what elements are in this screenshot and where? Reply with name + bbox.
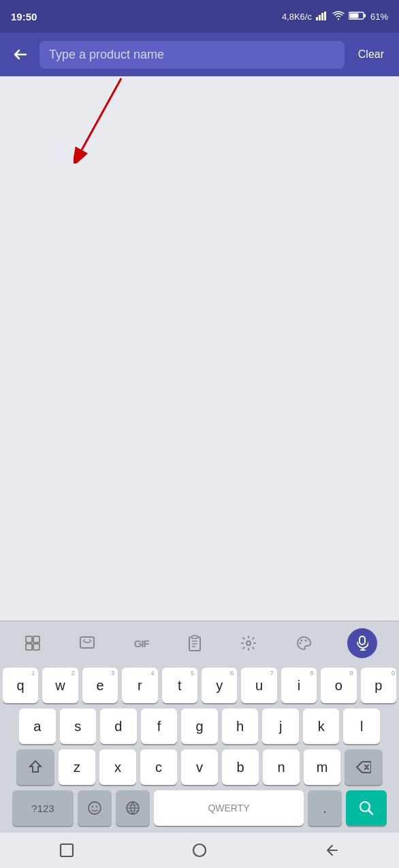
key-shift[interactable]: [16, 749, 54, 785]
keyboard-row-1: q1 w2 e3 r4 t5 y6 u7 i8 o9 p0: [3, 668, 396, 703]
keyboard-settings-button[interactable]: [238, 632, 259, 654]
network-speed: 4,8K6/c: [282, 12, 312, 22]
svg-rect-17: [192, 636, 197, 638]
key-k[interactable]: k: [303, 709, 340, 744]
key-p[interactable]: p0: [361, 668, 396, 703]
keyboard-row-2: a s d f g h j k l: [3, 709, 396, 744]
nav-recents-button[interactable]: [46, 837, 87, 864]
svg-rect-25: [360, 636, 365, 645]
key-q[interactable]: q1: [3, 668, 38, 703]
clear-button[interactable]: Clear: [353, 46, 389, 63]
svg-rect-31: [61, 844, 73, 856]
main-content-area: [0, 76, 399, 568]
keyboard-mic-button[interactable]: [347, 628, 377, 658]
keyboard-grid-button[interactable]: [22, 632, 44, 654]
svg-point-15: [89, 639, 91, 640]
search-header: Clear: [0, 33, 399, 76]
key-d[interactable]: d: [100, 709, 137, 744]
key-b[interactable]: b: [222, 749, 259, 785]
key-m[interactable]: m: [304, 749, 340, 785]
svg-point-14: [84, 639, 85, 640]
svg-point-24: [304, 640, 306, 642]
key-o[interactable]: o9: [321, 668, 356, 703]
svg-rect-1: [319, 15, 321, 20]
key-x[interactable]: x: [99, 749, 136, 785]
key-emoji[interactable]: [78, 790, 112, 826]
key-i[interactable]: i8: [281, 668, 317, 703]
svg-point-28: [96, 806, 97, 807]
key-h[interactable]: h: [222, 709, 259, 744]
nav-back-button[interactable]: [312, 837, 353, 864]
svg-rect-0: [316, 17, 318, 20]
key-period[interactable]: .: [308, 790, 342, 826]
key-f[interactable]: f: [141, 709, 178, 744]
keyboard-row-4: ?123 QWERTY .: [3, 790, 396, 826]
svg-rect-12: [33, 644, 39, 650]
key-w[interactable]: w2: [42, 668, 78, 703]
status-right: 4,8K6/c 61: [282, 11, 388, 22]
svg-rect-10: [33, 636, 39, 642]
key-e[interactable]: e3: [82, 668, 118, 703]
status-time: 19:50: [11, 11, 37, 22]
key-space[interactable]: QWERTY: [154, 790, 304, 826]
key-v[interactable]: v: [181, 749, 218, 785]
key-z[interactable]: z: [59, 749, 95, 785]
nav-home-button[interactable]: [179, 837, 220, 864]
key-c[interactable]: c: [140, 749, 177, 785]
svg-point-32: [193, 844, 206, 856]
keyboard-clipboard-button[interactable]: [185, 632, 205, 654]
key-s[interactable]: s: [60, 709, 97, 744]
svg-rect-6: [349, 13, 358, 18]
keyboard-gif-button[interactable]: GIF: [131, 635, 152, 652]
svg-rect-5: [364, 14, 366, 17]
svg-rect-3: [324, 12, 326, 20]
key-r[interactable]: r4: [122, 668, 157, 703]
keyboard-row-3: z x c v b n m: [3, 749, 396, 785]
key-j[interactable]: j: [262, 709, 299, 744]
wifi-icon: [332, 11, 345, 22]
key-y[interactable]: y6: [202, 668, 237, 703]
key-u[interactable]: u7: [241, 668, 276, 703]
svg-rect-11: [26, 644, 32, 650]
keyboard-toolbar: GIF: [0, 621, 399, 665]
svg-point-23: [300, 640, 302, 642]
key-g[interactable]: g: [181, 709, 218, 744]
product-search-input[interactable]: [39, 41, 345, 69]
key-l[interactable]: l: [343, 709, 380, 744]
key-backspace[interactable]: [345, 749, 383, 785]
key-t[interactable]: t5: [162, 668, 197, 703]
svg-point-21: [246, 641, 251, 645]
key-search[interactable]: [346, 790, 387, 826]
signal-icon: [316, 11, 328, 22]
battery-percent: 61%: [370, 12, 388, 22]
svg-rect-2: [321, 13, 323, 20]
keyboard-keys[interactable]: q1 w2 e3 r4 t5 y6 u7 i8 o9 p0 a s d f g …: [0, 665, 399, 826]
key-n[interactable]: n: [263, 749, 300, 785]
keyboard[interactable]: GIF: [0, 621, 399, 833]
nav-bar: [0, 833, 399, 868]
status-bar: 19:50 4,8K6/c: [0, 0, 399, 33]
keyboard-emoji-button[interactable]: [76, 632, 98, 654]
key-a[interactable]: a: [19, 709, 56, 744]
svg-point-22: [299, 642, 301, 645]
key-num-switch[interactable]: ?123: [12, 790, 74, 826]
svg-point-27: [92, 806, 93, 807]
svg-point-26: [89, 802, 101, 814]
keyboard-palette-button[interactable]: [293, 632, 315, 654]
battery-icon: [349, 11, 366, 22]
svg-rect-9: [26, 636, 32, 642]
back-button[interactable]: [10, 44, 31, 65]
key-globe[interactable]: [116, 790, 150, 826]
